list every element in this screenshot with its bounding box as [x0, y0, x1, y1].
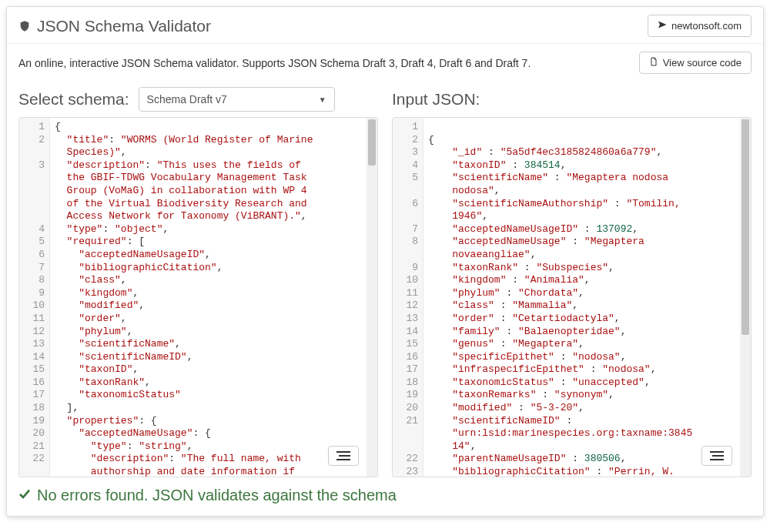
format-json-button[interactable]: [701, 446, 732, 466]
schema-scrollbar[interactable]: [367, 118, 377, 477]
paper-plane-icon: [658, 20, 667, 32]
page-title: JSON Schema Validator: [37, 17, 211, 35]
json-gutter: 1234567891011121314151617181920212223: [393, 118, 424, 477]
json-editor[interactable]: 1234567891011121314151617181920212223 { …: [392, 117, 752, 477]
json-scrollbar[interactable]: [740, 118, 751, 477]
format-schema-button[interactable]: [328, 446, 359, 466]
view-source-label: View source code: [663, 57, 742, 69]
schema-editor[interactable]: 12345678910111213141516171819202122 { "t…: [18, 117, 378, 477]
json-code[interactable]: { "_id" : "5a5df4ec3185824860a6a779", "t…: [424, 118, 751, 477]
status-text: No errors found. JSON validates against …: [37, 487, 397, 504]
newtonsoft-label: newtonsoft.com: [671, 20, 742, 32]
schema-selected-value: Schema Draft v7: [147, 93, 227, 105]
chevron-down-icon: ▼: [319, 95, 326, 104]
validation-status: No errors found. JSON validates against …: [18, 487, 752, 504]
file-icon: [649, 57, 658, 69]
format-icon: [710, 451, 724, 460]
shield-icon: [18, 19, 31, 33]
page-description: An online, interactive JSON Schema valid…: [18, 57, 531, 69]
panel-header: JSON Schema Validator newtonsoft.com: [7, 7, 763, 44]
view-source-button[interactable]: View source code: [639, 52, 752, 74]
check-icon: [18, 487, 31, 504]
validator-panel: JSON Schema Validator newtonsoft.com An …: [6, 6, 764, 517]
schema-code[interactable]: { "title": "WORMS (World Register of Mar…: [50, 118, 377, 477]
format-icon: [336, 451, 350, 460]
select-schema-label: Select schema:: [18, 90, 129, 109]
input-json-label: Input JSON:: [392, 90, 480, 109]
schema-select[interactable]: Schema Draft v7 ▼: [139, 87, 335, 112]
schema-gutter: 12345678910111213141516171819202122: [19, 118, 50, 477]
newtonsoft-link[interactable]: newtonsoft.com: [648, 15, 752, 37]
